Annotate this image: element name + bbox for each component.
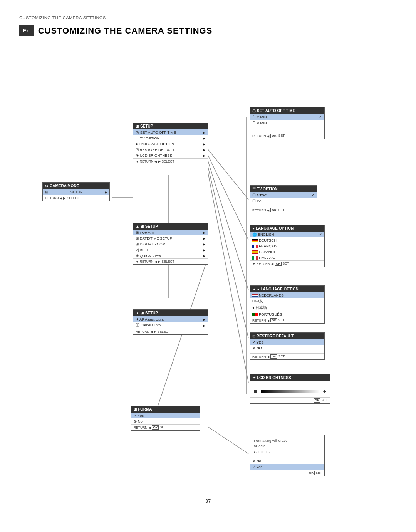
tv-ntsc: ☐ NTSC ✓ (250, 192, 317, 198)
lang2-ok-icon: OK (270, 318, 277, 322)
format-menu: ⊞ FORMAT ✓ Yes ⊗ No RETURN OK SET (131, 406, 200, 431)
setup1-item-lcd: ☀ LCD BRIGHTNESS (133, 153, 208, 158)
lang1-ok-icon: OK (275, 262, 282, 266)
setup3-footer: RETURN ▶ SELECT (133, 329, 208, 334)
restore-return-icon (267, 355, 269, 359)
lang-deutsch: DEUTSCH (250, 237, 324, 243)
format-footer: RETURN OK SET (131, 424, 200, 430)
setup1-icon: ⊞ (136, 124, 139, 128)
svg-line-2 (208, 149, 248, 200)
format-return-icon (148, 426, 151, 430)
arrow-datetime (203, 236, 205, 240)
diagram-area: ⊙ CAMERA MODE ⊞ SETUP RETURN ▶ SELECT ⊞ … (19, 47, 397, 490)
svg-line-5 (208, 167, 248, 338)
auto-off-footer: RETURN OK SET (250, 133, 324, 139)
setup1-footer: ▼ RETURN ▶ SELECT (133, 158, 208, 164)
setup1-header: ⊞ SETUP (133, 123, 208, 129)
arrow-restore (203, 148, 205, 152)
cam-icon: ⊙ (45, 184, 48, 188)
tv-option-footer: RETURN OK SET (250, 207, 317, 213)
setup3-item-caminfo: ⓘ Camera Info. (133, 322, 208, 329)
setup1-item-restore: ⊡ RESTORE DEFAULT (133, 147, 208, 153)
setup2-menu: ▲ ⊞ SETUP ⊞ FORMAT ⊞ DATE/TIME SETUP ⊞ D… (133, 223, 208, 265)
lang-espanol: ESPAÑOL (250, 249, 324, 255)
auto-off-3min: ⏱ 3 MIN (250, 120, 324, 126)
camera-mode-footer: RETURN ▶ SELECT (43, 195, 109, 201)
auto-off-2min: ⏱ 2 MIN ✓ (250, 114, 324, 120)
camera-mode-item-setup: ⊞ SETUP (43, 189, 109, 195)
restore-menu: ⊡ RESTORE DEFAULT ✓ YES ⊗ NO RETURN OK S… (250, 332, 325, 360)
setup2-item-datetime: ⊞ DATE/TIME SETUP (133, 235, 208, 241)
arrow-lang (203, 142, 205, 146)
setup2-item-beep: ◁ BEEP (133, 247, 208, 253)
arrow-format (203, 230, 205, 235)
top-label: CUSTOMIZING THE CAMERA SETTINGS (19, 15, 397, 20)
format-ok-icon: OK (152, 425, 159, 430)
page-title: CUSTOMIZING THE CAMERA SETTINGS (38, 26, 213, 36)
svg-line-7 (154, 257, 208, 417)
language2-footer: RETURN OK SET (250, 317, 324, 323)
arrow-quickview (203, 253, 205, 258)
setup2-item-format: ⊞ FORMAT (133, 230, 208, 235)
lang-portuguese: PORTUGUÊS (250, 311, 324, 317)
arrow-right-icon (105, 190, 107, 194)
lcd-minus: ■ (254, 388, 258, 395)
language1-menu: ● LANGUAGE OPTION 🌐 ENGLISH ✓ DEUTSCH FR… (250, 225, 325, 267)
arrow-autooff (203, 130, 205, 134)
language2-header: ▲ ● LANGUAGE OPTION (250, 286, 324, 292)
lang-chinese: □ 中文 (250, 298, 324, 305)
setup-icon: ⊞ (45, 190, 48, 194)
tv-pal: ☐ PAL (250, 198, 317, 204)
setup3-menu: ▲ ⊞ SETUP ✦ AF Assist Light ⓘ Camera Inf… (133, 309, 208, 335)
arrow-beep (203, 248, 205, 252)
language1-header: ● LANGUAGE OPTION (250, 225, 324, 232)
auto-off-return-icon (267, 134, 269, 138)
tv-return-icon (267, 208, 269, 212)
setup2-return-icon (154, 260, 157, 263)
format-confirm-yes: ✓ Yes (250, 464, 324, 470)
setup2-item-zoom: ⊞ DIGITAL ZOOM (133, 241, 208, 247)
return-arrow-icon (60, 196, 62, 200)
svg-line-3 (208, 155, 248, 240)
setup1-item-tv: ☰ TV OPTION (133, 135, 208, 141)
format-confirm-text: Formatting will erase all data. Continue… (250, 435, 324, 458)
lang-italiano: ITALIANO (250, 255, 324, 260)
lcd-header: ☀ LCD BRIGHTNESS (250, 374, 330, 381)
format-no: ⊗ No (131, 418, 200, 424)
format-confirm-footer: OK SET (250, 470, 324, 476)
setup1-item-lang: ● LANGUAGE OPTION (133, 141, 208, 147)
restore-ok-icon: OK (270, 354, 277, 359)
setup2-footer: ▼ RETURN ▶ SELECT (133, 258, 208, 264)
lcd-footer: OK SET (250, 397, 330, 403)
language2-menu: ▲ ● LANGUAGE OPTION NEDERLANDS □ 中文 ● 日本… (250, 285, 325, 324)
lcd-ok-icon: OK (314, 398, 320, 403)
lcd-menu: ☀ LCD BRIGHTNESS ■ + OK SET (250, 374, 330, 404)
format-yes: ✓ Yes (131, 413, 200, 418)
format-confirm-menu: Formatting will erase all data. Continue… (250, 435, 325, 476)
auto-off-header: ◷ SET AUTO OFF TIME (250, 107, 324, 114)
lang-japanese: ● 日本語 (250, 305, 324, 311)
format-confirm-no: ⊗ No (250, 458, 324, 464)
setup2-item-quickview: ⊕ QUICK VIEW (133, 253, 208, 258)
ok-icon: OK (270, 134, 277, 138)
setup1-return-icon (154, 159, 157, 163)
language1-footer: ▼ RETURN OK SET (250, 260, 324, 267)
arrow-af (203, 317, 205, 321)
arrow-lcd (203, 153, 205, 158)
setup1-menu: ⊞ SETUP ◷ SET AUTO OFF TIME ☰ TV OPTION … (133, 123, 208, 164)
svg-line-8 (208, 427, 248, 454)
restore-yes: ✓ YES (250, 339, 324, 345)
lang1-return-icon (271, 262, 273, 266)
lcd-slider (261, 390, 320, 393)
page-title-container: En CUSTOMIZING THE CAMERA SETTINGS (19, 22, 397, 36)
format-confirm-ok-icon: OK (308, 471, 315, 475)
lang2-return-icon (267, 319, 269, 322)
svg-line-4 (208, 161, 248, 290)
tv-ok-icon: OK (270, 208, 277, 212)
setup3-header: ▲ ⊞ SETUP (133, 310, 208, 316)
restore-footer: RETURN OK SET (250, 353, 324, 359)
camera-mode-header: ⊙ CAMERA MODE (43, 183, 109, 189)
setup3-item-af: ✦ AF Assist Light (133, 316, 208, 322)
auto-off-menu: ◷ SET AUTO OFF TIME ⏱ 2 MIN ✓ ⏱ 3 MIN RE… (250, 107, 325, 139)
setup3-return-icon (150, 330, 153, 334)
